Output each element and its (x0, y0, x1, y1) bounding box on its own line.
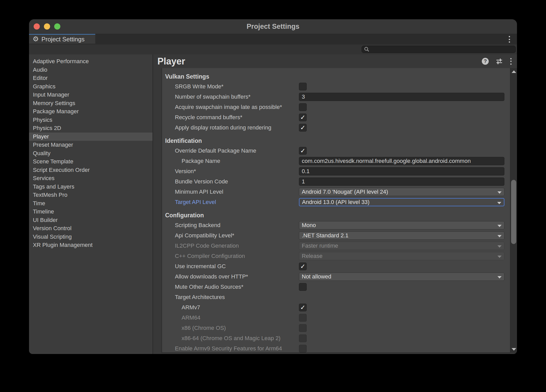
settings-row-number-of-swapchain-buffers: Number of swapchain buffers*3 (162, 92, 510, 102)
sidebar-item-ui-builder[interactable]: UI Builder (29, 216, 153, 225)
chevron-down-icon (497, 225, 502, 227)
sidebar-item-player[interactable]: Player (29, 133, 153, 141)
sidebar-item-package-manager[interactable]: Package Manager (29, 107, 153, 116)
dropdown-allow-downloads-over-http[interactable]: Not allowed (299, 273, 504, 281)
settings-row-apply-display-rotation-during-rendering: Apply display rotation during rendering✓ (162, 123, 510, 133)
checkbox-checked-recycle-command-buffers[interactable]: ✓ (299, 114, 307, 121)
setting-label: SRGB Write Mode* (175, 81, 223, 92)
sidebar-item-quality[interactable]: Quality (29, 149, 153, 158)
sidebar-item-physics-2d[interactable]: Physics 2D (29, 124, 153, 133)
sidebar-item-editor[interactable]: Editor (29, 74, 153, 82)
dropdown-scripting-backend[interactable]: Mono (299, 221, 504, 229)
settings-row-mute-other-audio-sources: Mute Other Audio Sources* (162, 282, 510, 292)
chevron-down-icon (497, 256, 502, 258)
text-field-value: 0.1 (299, 168, 310, 175)
presets-icon[interactable] (495, 58, 503, 65)
sidebar-item-tags-and-layers[interactable]: Tags and Layers (29, 183, 153, 191)
settings-row-api-compatibility-level: Api Compatibility Level*.NET Standard 2.… (162, 230, 510, 241)
checkbox-unchecked-mute-other-audio-sources[interactable] (299, 283, 307, 291)
setting-label: Target API Level (175, 197, 216, 207)
scrollbar[interactable] (510, 68, 517, 353)
setting-label: ARMv7 (182, 302, 200, 313)
chevron-down-icon (497, 276, 502, 278)
gear-icon: ⚙ (33, 36, 39, 43)
settings-row-il2cpp-code-generation: IL2CPP Code GenerationFaster runtime (162, 241, 510, 251)
content-area: Player ? Vulkan SettingsSRGB Write Mode*… (153, 54, 517, 354)
setting-label: Allow downloads over HTTP* (175, 272, 248, 282)
titlebar[interactable]: Project Settings (29, 19, 517, 34)
sidebar-item-graphics[interactable]: Graphics (29, 82, 153, 91)
checkbox-unchecked-x86-64-chrome-os-and-magic-leap-2[interactable] (299, 334, 307, 342)
tab-project-settings[interactable]: ⚙ Project Settings (29, 34, 95, 44)
setting-label: Enable Armv9 Security Features for Arm64 (175, 343, 282, 353)
sidebar-item-xr-plugin-management[interactable]: XR Plugin Management (29, 241, 153, 249)
help-icon[interactable]: ? (482, 58, 489, 65)
settings-row-minimum-api-level: Minimum API LevelAndroid 7.0 'Nougat' (A… (162, 187, 510, 197)
content-header: Player ? (153, 54, 517, 68)
tab-bar: ⚙ Project Settings (29, 34, 517, 44)
scrollbar-down-arrow[interactable] (510, 346, 517, 352)
sidebar-item-script-execution-order[interactable]: Script Execution Order (29, 166, 153, 174)
scrollbar-thumb[interactable] (511, 180, 516, 244)
checkbox-unchecked-srgb-write-mode[interactable] (299, 83, 307, 90)
text-field-package-name[interactable]: com.com2us.hivesdk.normal.freefull.googl… (299, 157, 504, 165)
dropdown-minimum-api-level[interactable]: Android 7.0 'Nougat' (API level 24) (299, 188, 504, 196)
dropdown-c-compiler-configuration: Release (299, 252, 504, 260)
dropdown-value: Faster runtime (299, 242, 338, 249)
settings-row-acquire-swapchain-image-late-as-possible: Acquire swapchain image late as possible… (162, 102, 510, 112)
checkbox-unchecked-x86-chrome-os[interactable] (299, 324, 307, 332)
sidebar-item-memory-settings[interactable]: Memory Settings (29, 99, 153, 108)
sidebar-item-scene-template[interactable]: Scene Template (29, 157, 153, 166)
dropdown-value: Android 13.0 (API level 33) (299, 199, 370, 206)
checkbox-checked-override-default-package-name[interactable]: ✓ (299, 147, 307, 155)
search-input[interactable] (370, 46, 515, 52)
sidebar-item-timeline[interactable]: Timeline (29, 208, 153, 216)
setting-label: Apply display rotation during rendering (175, 123, 271, 133)
settings-row-bundle-version-code: Bundle Version Code1 (162, 176, 510, 187)
window-title: Project Settings (29, 19, 517, 34)
settings-row-allow-downloads-over-http: Allow downloads over HTTP*Not allowed (162, 272, 510, 282)
project-settings-window: Project Settings ⚙ Project Settings Adap… (29, 19, 517, 354)
setting-label: Override Default Package Name (175, 146, 256, 156)
settings-row-srgb-write-mode: SRGB Write Mode* (162, 81, 510, 92)
player-settings-panel: Vulkan SettingsSRGB Write Mode*Number of… (162, 68, 510, 353)
checkbox-unchecked-acquire-swapchain-image-late-as-possible[interactable] (299, 103, 307, 111)
checkbox-checked-use-incremental-gc[interactable]: ✓ (299, 263, 307, 270)
sidebar-item-textmesh-pro[interactable]: TextMesh Pro (29, 191, 153, 199)
search-box[interactable] (362, 46, 516, 53)
dropdown-value: Not allowed (299, 273, 331, 280)
text-field-version[interactable]: 0.1 (299, 167, 504, 175)
checkbox-checked-apply-display-rotation-during-rendering[interactable]: ✓ (299, 124, 307, 132)
dropdown-api-compatibility-level[interactable]: .NET Standard 2.1 (299, 231, 504, 240)
setting-label: Mute Other Audio Sources* (175, 282, 243, 292)
checkbox-unchecked-enable-armv9-security-features-for-arm64[interactable] (299, 345, 307, 352)
settings-row-package-name: Package Namecom.com2us.hivesdk.normal.fr… (162, 156, 510, 166)
section-header-identification: Identification (162, 136, 510, 146)
tabbar-kebab-menu-icon[interactable] (508, 36, 510, 43)
setting-label: Scripting Backend (175, 220, 220, 230)
settings-row-scripting-backend: Scripting BackendMono (162, 220, 510, 230)
sidebar-item-adaptive-performance[interactable]: Adaptive Performance (29, 57, 153, 66)
text-field-bundle-version-code[interactable]: 1 (299, 178, 504, 186)
scrollbar-up-arrow[interactable] (510, 69, 517, 75)
settings-row-version: Version*0.1 (162, 166, 510, 176)
sidebar-item-physics[interactable]: Physics (29, 116, 153, 124)
sidebar-item-services[interactable]: Services (29, 174, 153, 183)
sidebar-item-time[interactable]: Time (29, 199, 153, 208)
settings-row-target-architectures: Target Architectures (162, 292, 510, 302)
sidebar-item-audio[interactable]: Audio (29, 66, 153, 74)
chevron-down-icon (497, 235, 502, 237)
text-field-value: 3 (299, 94, 305, 100)
sidebar-item-visual-scripting[interactable]: Visual Scripting (29, 233, 153, 241)
sidebar: Adaptive PerformanceAudioEditorGraphicsI… (29, 54, 153, 354)
sidebar-item-version-control[interactable]: Version Control (29, 224, 153, 233)
checkbox-checked-armv7[interactable]: ✓ (299, 304, 307, 311)
header-kebab-menu-icon[interactable] (510, 58, 512, 65)
setting-label: Use incremental GC (175, 261, 226, 272)
sidebar-item-preset-manager[interactable]: Preset Manager (29, 141, 153, 149)
section-header-configuration: Configuration (162, 210, 510, 220)
sidebar-item-input-manager[interactable]: Input Manager (29, 91, 153, 99)
checkbox-unchecked-arm64[interactable] (299, 314, 307, 322)
text-field-number-of-swapchain-buffers[interactable]: 3 (299, 93, 504, 101)
dropdown-target-api-level[interactable]: Android 13.0 (API level 33) (299, 198, 504, 206)
